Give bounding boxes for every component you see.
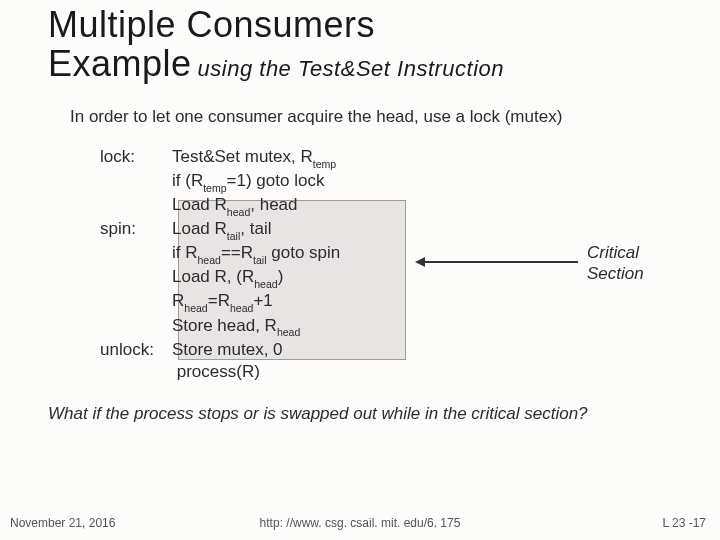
label-unlock: unlock: (100, 339, 172, 361)
instr-10: process(R) (172, 361, 600, 383)
code-block: CriticalSection lock: Test&Set mutex, Rt… (100, 146, 600, 383)
intro-text: In order to let one consumer acquire the… (70, 106, 630, 128)
code-row-lock: lock: Test&Set mutex, Rtemp (100, 146, 600, 170)
title-line-1: Multiple Consumers (48, 6, 720, 45)
question-text: What if the process stops or is swapped … (48, 403, 668, 425)
instr-3: Load Rhead, head (172, 194, 600, 218)
critical-section-label: CriticalSection (587, 242, 644, 285)
title-subtitle: using the Test&Set Instruction (198, 56, 504, 81)
title-main-word: Example (48, 43, 192, 84)
title-line-2: Exampleusing the Test&Set Instruction (48, 45, 720, 84)
instr-9: Store mutex, 0 (172, 339, 600, 361)
instr-7: Rhead=Rhead+1 (172, 290, 600, 314)
instr-8: Store head, Rhead (172, 315, 600, 339)
slide-title-block: Multiple Consumers Exampleusing the Test… (0, 0, 720, 88)
instr-4: Load Rtail, tail (172, 218, 600, 242)
instr-6: Load R, (Rhead) (172, 266, 600, 290)
instr-2: if (Rtemp=1) goto lock (172, 170, 600, 194)
footer-url: http: //www. csg. csail. mit. edu/6. 175 (0, 516, 720, 530)
code-row-spin: spin: Load Rtail, tail (100, 218, 600, 242)
label-lock: lock: (100, 146, 172, 168)
footer-page: L 23 -17 (662, 516, 706, 530)
code-row-unlock: unlock: Store mutex, 0 (100, 339, 600, 361)
label-spin: spin: (100, 218, 172, 240)
instr-1: Test&Set mutex, Rtemp (172, 146, 600, 170)
